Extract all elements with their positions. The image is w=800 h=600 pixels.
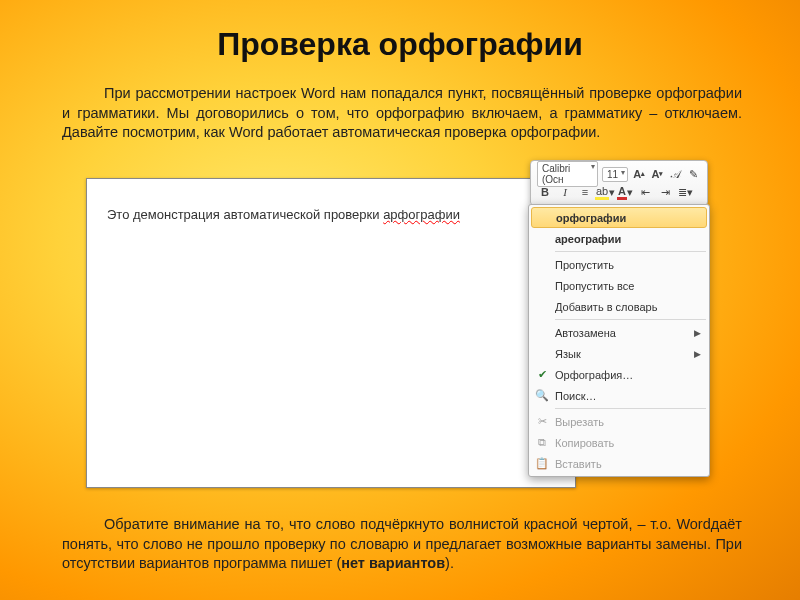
decrease-indent-icon[interactable]: ⇤ [637,185,653,199]
para2-part-c: ). [445,555,454,571]
menu-paste: 📋 Вставить [529,453,709,474]
bold-icon[interactable]: B [537,185,553,199]
font-color-icon[interactable]: A▾ [617,185,633,199]
increase-indent-icon[interactable]: ⇥ [657,185,673,199]
menu-autocorrect[interactable]: Автозамена ▶ [529,322,709,343]
document-text: Это демонстрация автоматической проверки… [107,207,460,222]
menu-spellcheck[interactable]: ✔ Орфография… [529,364,709,385]
bullets-icon[interactable]: ≣▾ [677,185,693,199]
menu-separator [555,319,706,320]
menu-paste-label: Вставить [555,458,602,470]
suggestion-1[interactable]: орфографии [531,207,707,228]
font-size-dropdown[interactable]: 11 [602,167,628,182]
menu-find[interactable]: 🔍 Поиск… [529,385,709,406]
suggestion-2[interactable]: ареографии [529,228,709,249]
menu-copy: ⧉ Копировать [529,432,709,453]
doc-text-prefix: Это демонстрация автоматической проверки [107,207,383,222]
word-document-screenshot: Это демонстрация автоматической проверки… [86,178,576,488]
format-painter-icon[interactable]: ✎ [687,167,701,181]
menu-skip-all[interactable]: Пропустить все [529,275,709,296]
shrink-font-icon[interactable]: A▾ [650,167,664,181]
menu-cut-label: Вырезать [555,416,604,428]
submenu-arrow-icon: ▶ [694,328,701,338]
paragraph-1: При рассмотрении настроек Word нам попад… [62,84,742,143]
cut-icon: ✂ [534,414,550,430]
menu-separator [555,408,706,409]
styles-icon[interactable]: 𝒜 [668,167,682,181]
grow-font-icon[interactable]: A▴ [632,167,646,181]
menu-autocorrect-label: Автозамена [555,327,616,339]
paragraph-2: Обратите внимание на то, что слово подчё… [62,515,742,574]
copy-icon: ⧉ [534,435,550,451]
para2-bold: нет вариантов [341,555,445,571]
find-icon: 🔍 [534,388,550,404]
menu-copy-label: Копировать [555,437,614,449]
font-name-dropdown[interactable]: Calibri (Осн [537,161,598,187]
italic-icon[interactable]: I [557,185,573,199]
submenu-arrow-icon: ▶ [694,349,701,359]
misspelled-word[interactable]: арфографии [383,207,460,222]
menu-language-label: Язык [555,348,581,360]
spellcheck-icon: ✔ [534,367,550,383]
menu-add-to-dict[interactable]: Добавить в словарь [529,296,709,317]
menu-cut: ✂ Вырезать [529,411,709,432]
align-center-icon[interactable]: ≡ [577,185,593,199]
slide-title: Проверка орфографии [0,26,800,63]
menu-skip[interactable]: Пропустить [529,254,709,275]
spellcheck-context-menu: орфографии ареографии Пропустить Пропуст… [528,204,710,477]
menu-spellcheck-label: Орфография… [555,369,633,381]
menu-find-label: Поиск… [555,390,596,402]
menu-separator [555,251,706,252]
highlight-color-icon[interactable]: ab▾ [597,185,613,199]
floating-mini-toolbar: Calibri (Осн 11 A▴ A▾ 𝒜 ✎ B I ≡ ab▾ A▾ ⇤… [530,160,708,206]
menu-language[interactable]: Язык ▶ [529,343,709,364]
paste-icon: 📋 [534,456,550,472]
